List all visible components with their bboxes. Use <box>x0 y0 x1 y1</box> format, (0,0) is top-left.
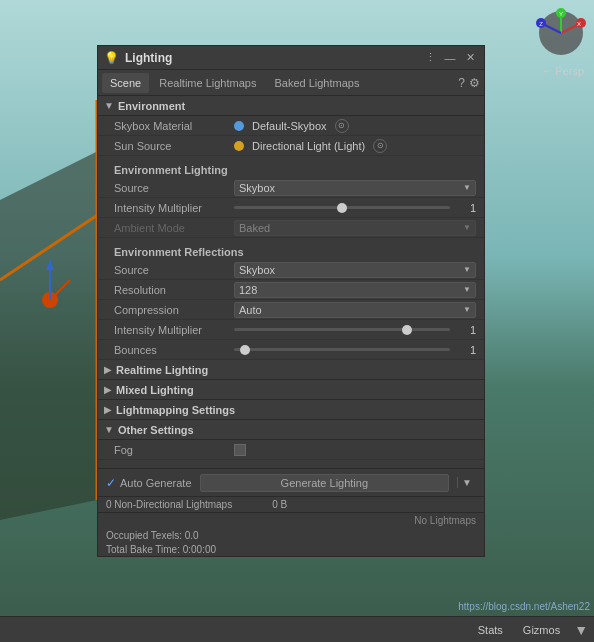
env-reflections-subsection: Environment Reflections Source Skybox ▼ … <box>98 238 484 360</box>
skybox-material-value: Default-Skybox ⊙ <box>234 119 476 133</box>
env-lighting-source-arrow-icon: ▼ <box>463 183 471 192</box>
sun-source-row: Sun Source Directional Light (Light) ⊙ <box>98 136 484 156</box>
lightmaps-size: 0 B <box>272 499 287 510</box>
env-reflections-source-label: Source <box>114 264 234 276</box>
env-reflections-resolution-row: Resolution 128 ▼ <box>98 280 484 300</box>
env-reflections-source-dropdown[interactable]: Skybox ▼ <box>234 262 476 278</box>
realtime-lighting-arrow-icon: ▶ <box>104 364 112 375</box>
env-lighting-subsection: Environment Lighting Source Skybox ▼ Int… <box>98 156 484 238</box>
fog-row: Fog <box>98 440 484 460</box>
total-bake-time-row: Total Bake Time: 0:00:00 <box>98 542 484 556</box>
mixed-lighting-section-label: Mixed Lighting <box>116 384 194 396</box>
mixed-lighting-arrow-icon: ▶ <box>104 384 112 395</box>
env-reflections-compression-arrow-icon: ▼ <box>463 305 471 314</box>
lightmapping-section-label: Lightmapping Settings <box>116 404 235 416</box>
panel-content: ▼ Environment Skybox Material Default-Sk… <box>98 96 484 468</box>
bottom-bar: Stats Gizmos ▼ <box>0 616 594 642</box>
env-reflections-compression-dropdown[interactable]: Auto ▼ <box>234 302 476 318</box>
env-reflections-compression-value: Auto <box>239 304 262 316</box>
panel-title: Lighting <box>125 51 416 65</box>
environment-section-label: Environment <box>118 100 185 112</box>
lightmaps-count: 0 Non-Directional Lightmaps <box>106 499 232 510</box>
auto-generate-checkmark: ✓ <box>106 476 116 490</box>
fog-label: Fog <box>114 444 234 456</box>
svg-line-4 <box>50 280 70 300</box>
env-reflections-compression-row: Compression Auto ▼ <box>98 300 484 320</box>
env-reflections-intensity-thumb[interactable] <box>402 325 412 335</box>
ambient-mode-dropdown[interactable]: Baked ▼ <box>234 220 476 236</box>
skybox-select-icon[interactable]: ⊙ <box>335 119 349 133</box>
svg-text:Y: Y <box>559 11 563 17</box>
content-spacer <box>98 460 484 468</box>
panel-close-btn[interactable]: ✕ <box>462 50 478 66</box>
help-icon-btn[interactable]: ? <box>458 76 465 90</box>
env-reflections-bounces-value: 1 <box>456 344 476 356</box>
skybox-material-row: Skybox Material Default-Skybox ⊙ <box>98 116 484 136</box>
panel-footer: ✓ Auto Generate Generate Lighting ▼ <box>98 468 484 496</box>
lighting-icon: 💡 <box>104 51 119 65</box>
panel-title-controls: ⋮ — ✕ <box>422 50 478 66</box>
stats-btn[interactable]: Stats <box>472 622 509 638</box>
auto-generate-check: ✓ Auto Generate <box>106 476 192 490</box>
env-reflections-bounces-thumb[interactable] <box>240 345 250 355</box>
env-reflections-resolution-value: 128 <box>239 284 257 296</box>
env-lighting-intensity-slider[interactable] <box>234 206 450 209</box>
env-reflections-compression-label: Compression <box>114 304 234 316</box>
gizmos-dropdown-icon[interactable]: ▼ <box>574 622 588 638</box>
ambient-mode-row: Ambient Mode Baked ▼ <box>98 218 484 238</box>
env-lighting-label: Environment Lighting <box>98 160 484 178</box>
env-reflections-resolution-dropdown[interactable]: 128 ▼ <box>234 282 476 298</box>
env-reflections-bounces-slider[interactable] <box>234 348 450 351</box>
environment-section-header[interactable]: ▼ Environment <box>98 96 484 116</box>
no-lightmaps-row: No Lightmaps <box>98 512 484 528</box>
generate-lighting-label: Generate Lighting <box>281 477 368 489</box>
lightmapping-section-header[interactable]: ▶ Lightmapping Settings <box>98 400 484 420</box>
sun-source-text: Directional Light (Light) <box>252 140 365 152</box>
skybox-material-text: Default-Skybox <box>252 120 327 132</box>
ambient-mode-value: Baked <box>239 222 270 234</box>
settings-icon-btn[interactable]: ⚙ <box>469 76 480 90</box>
env-reflections-label: Environment Reflections <box>98 242 484 260</box>
env-lighting-source-value: Skybox <box>239 182 275 194</box>
env-reflections-bounces-row: Bounces 1 <box>98 340 484 360</box>
env-reflections-intensity-slider[interactable] <box>234 328 450 331</box>
env-lighting-source-row: Source Skybox ▼ <box>98 178 484 198</box>
gizmos-btn[interactable]: Gizmos <box>517 622 566 638</box>
env-reflections-intensity-label: Intensity Multiplier <box>114 324 234 336</box>
mixed-lighting-section-header[interactable]: ▶ Mixed Lighting <box>98 380 484 400</box>
env-lighting-intensity-thumb[interactable] <box>337 203 347 213</box>
other-settings-arrow-icon: ▼ <box>104 424 114 435</box>
env-reflections-source-value: Skybox <box>239 264 275 276</box>
env-reflections-intensity-row: Intensity Multiplier 1 <box>98 320 484 340</box>
total-bake-time-text: Total Bake Time: 0:00:00 <box>106 544 216 555</box>
tab-realtime-lightmaps[interactable]: Realtime Lightmaps <box>151 73 264 93</box>
scene-gizmo[interactable]: X Y Z <box>536 8 586 58</box>
env-lighting-intensity-value: 1 <box>456 202 476 214</box>
fog-checkbox[interactable] <box>234 444 246 456</box>
ambient-mode-arrow-icon: ▼ <box>463 223 471 232</box>
svg-marker-0 <box>0 150 100 520</box>
tab-scene[interactable]: Scene <box>102 73 149 93</box>
auto-generate-label: Auto Generate <box>120 477 192 489</box>
occupied-texels-text: Occupied Texels: 0.0 <box>106 530 199 541</box>
env-reflections-source-row: Source Skybox ▼ <box>98 260 484 280</box>
realtime-lighting-section-header[interactable]: ▶ Realtime Lighting <box>98 360 484 380</box>
env-lighting-intensity-row: Intensity Multiplier 1 <box>98 198 484 218</box>
sun-select-icon[interactable]: ⊙ <box>373 139 387 153</box>
generate-lighting-btn[interactable]: Generate Lighting <box>200 474 450 492</box>
tab-baked-lightmaps[interactable]: Baked Lightmaps <box>266 73 367 93</box>
realtime-lighting-section-label: Realtime Lighting <box>116 364 208 376</box>
other-settings-section-label: Other Settings <box>118 424 194 436</box>
generate-dropdown-arrow-icon[interactable]: ▼ <box>457 477 476 488</box>
occupied-texels-row: Occupied Texels: 0.0 <box>98 528 484 542</box>
panel-titlebar: 💡 Lighting ⋮ — ✕ <box>98 46 484 70</box>
other-settings-section-header[interactable]: ▼ Other Settings <box>98 420 484 440</box>
sun-source-label: Sun Source <box>114 140 234 152</box>
panel-minimize-btn[interactable]: — <box>442 50 458 66</box>
env-lighting-source-dropdown[interactable]: Skybox ▼ <box>234 180 476 196</box>
panel-menu-btn[interactable]: ⋮ <box>422 50 438 66</box>
env-lighting-intensity-label: Intensity Multiplier <box>114 202 234 214</box>
sun-color-dot <box>234 141 244 151</box>
env-reflections-source-arrow-icon: ▼ <box>463 265 471 274</box>
environment-arrow-icon: ▼ <box>104 100 114 111</box>
